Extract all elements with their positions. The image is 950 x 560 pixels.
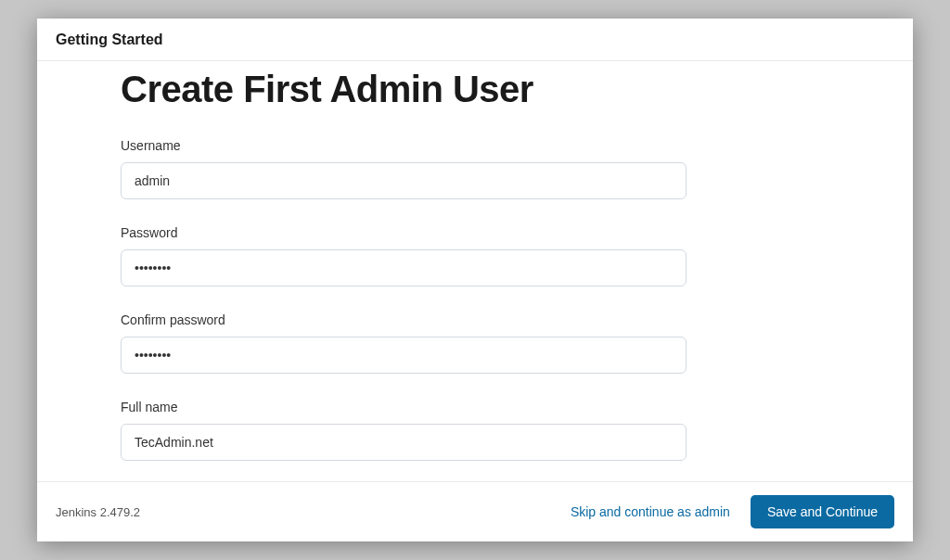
password-group: Password xyxy=(121,225,751,286)
modal-header: Getting Started xyxy=(37,19,913,61)
modal-header-title: Getting Started xyxy=(56,32,163,47)
setup-wizard-modal: Getting Started Create First Admin User … xyxy=(37,19,913,541)
modal-body[interactable]: Create First Admin User Username Passwor… xyxy=(37,61,913,481)
skip-button[interactable]: Skip and continue as admin xyxy=(567,497,734,527)
confirm-password-input[interactable] xyxy=(121,337,687,374)
modal-footer: Jenkins 2.479.2 Skip and continue as adm… xyxy=(37,481,913,541)
confirm-password-group: Confirm password xyxy=(121,312,751,374)
fullname-group: Full name xyxy=(121,400,751,461)
password-input[interactable] xyxy=(121,249,687,286)
page-title: Create First Admin User xyxy=(121,69,751,110)
username-group: Username xyxy=(121,138,751,199)
username-label: Username xyxy=(121,138,751,153)
version-label: Jenkins 2.479.2 xyxy=(56,505,140,519)
password-label: Password xyxy=(121,225,751,240)
username-input[interactable] xyxy=(121,162,687,199)
fullname-input[interactable] xyxy=(121,424,687,461)
footer-actions: Skip and continue as admin Save and Cont… xyxy=(567,495,894,528)
form-container: Create First Admin User Username Passwor… xyxy=(121,69,770,461)
fullname-label: Full name xyxy=(121,400,751,414)
confirm-password-label: Confirm password xyxy=(121,312,751,327)
save-continue-button[interactable]: Save and Continue xyxy=(751,495,894,528)
